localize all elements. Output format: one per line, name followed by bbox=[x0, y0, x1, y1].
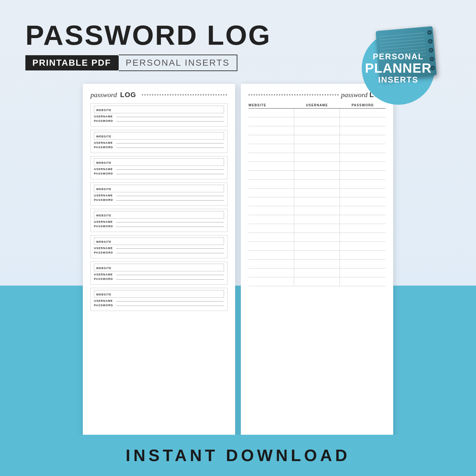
table-row bbox=[248, 162, 386, 171]
username-row-8: USERNAME bbox=[94, 299, 224, 302]
username-row-1: USERNAME bbox=[94, 115, 224, 118]
website-box-5: WEBSITE bbox=[94, 211, 224, 219]
right-page-header: password LOG bbox=[248, 91, 386, 99]
website-box-1: WEBSITE bbox=[94, 106, 224, 113]
website-box-6: WEBSITE bbox=[94, 237, 224, 245]
subtitle-inserts: PERSONAL INSERTS bbox=[119, 55, 237, 71]
table-row bbox=[248, 224, 386, 233]
password-row-8: PASSWORD bbox=[94, 304, 224, 307]
entry-card-4: WEBSITE USERNAME PASSWORD bbox=[90, 182, 228, 206]
col-header-username: USERNAME bbox=[294, 103, 340, 107]
entry-card-3: WEBSITE USERNAME PASSWORD bbox=[90, 156, 228, 179]
table-row bbox=[248, 268, 386, 277]
right-title-script: password bbox=[341, 91, 368, 99]
cell-password bbox=[340, 109, 386, 117]
badge-line3: INSERTS bbox=[378, 75, 419, 85]
website-box-4: WEBSITE bbox=[94, 185, 224, 192]
table-row bbox=[248, 144, 386, 153]
website-box-8: WEBSITE bbox=[94, 290, 224, 298]
table-row bbox=[248, 215, 386, 224]
username-row-3: USERNAME bbox=[94, 168, 224, 171]
badge-circle: PERSONAL PLANNER INSERTS bbox=[362, 32, 435, 105]
website-box-7: WEBSITE bbox=[94, 264, 224, 271]
subtitle-row: PRINTABLE PDF PERSONAL INSERTS bbox=[25, 55, 237, 71]
left-page-header: password LOG bbox=[90, 91, 228, 99]
table-row bbox=[248, 260, 386, 268]
left-title-bold: LOG bbox=[120, 91, 136, 99]
password-row-1: PASSWORD bbox=[94, 119, 224, 122]
bottom-banner: INSTANT DOWNLOAD bbox=[0, 435, 476, 476]
entry-card-1: WEBSITE USERNAME PASSWORD bbox=[90, 103, 228, 127]
password-row-4: PASSWORD bbox=[94, 198, 224, 202]
subtitle-pdf: PRINTABLE PDF bbox=[25, 55, 118, 70]
table-row bbox=[248, 135, 386, 144]
table-header-row: WEBSITE USERNAME PASSWORD bbox=[248, 103, 386, 109]
website-box-2: WEBSITE bbox=[94, 132, 224, 140]
title-row: PASSWORD LOG bbox=[25, 19, 451, 51]
table-row bbox=[248, 242, 386, 251]
password-row-6: PASSWORD bbox=[94, 251, 224, 254]
password-row-3: PASSWORD bbox=[94, 172, 224, 175]
main-container: PASSWORD LOG bbox=[0, 0, 476, 476]
right-table: WEBSITE USERNAME PASSWORD bbox=[248, 103, 386, 286]
pages-container: password LOG WEBSITE USERNAME PASSWORD bbox=[0, 77, 476, 476]
entry-card-5: WEBSITE USERNAME PASSWORD bbox=[90, 209, 228, 232]
username-row-7: USERNAME bbox=[94, 273, 224, 276]
main-title: PASSWORD LOG bbox=[25, 19, 271, 51]
table-row bbox=[248, 251, 386, 260]
table-row bbox=[248, 117, 386, 126]
website-box-3: WEBSITE bbox=[94, 158, 224, 166]
entry-card-6: WEBSITE USERNAME PASSWORD bbox=[90, 235, 228, 258]
table-row bbox=[248, 109, 386, 117]
table-row bbox=[248, 277, 386, 286]
col-header-password: PASSWORD bbox=[340, 103, 386, 107]
left-title-script: password bbox=[90, 91, 117, 99]
bottom-banner-text: INSTANT DOWNLOAD bbox=[126, 446, 350, 465]
badge-line2: PLANNER bbox=[365, 62, 432, 75]
username-row-5: USERNAME bbox=[94, 220, 224, 223]
left-page: password LOG WEBSITE USERNAME PASSWORD bbox=[83, 84, 235, 470]
table-row bbox=[248, 197, 386, 206]
entry-card-8: WEBSITE USERNAME PASSWORD bbox=[90, 288, 228, 311]
entry-card-2: WEBSITE USERNAME PASSWORD bbox=[90, 130, 228, 153]
table-row bbox=[248, 206, 386, 215]
username-row-4: USERNAME bbox=[94, 194, 224, 197]
table-row bbox=[248, 171, 386, 180]
table-row bbox=[248, 180, 386, 188]
table-row bbox=[248, 153, 386, 162]
password-row-7: PASSWORD bbox=[94, 277, 224, 281]
table-row bbox=[248, 188, 386, 197]
header: PASSWORD LOG bbox=[0, 0, 476, 77]
entry-card-7: WEBSITE USERNAME PASSWORD bbox=[90, 261, 228, 285]
cell-website bbox=[248, 109, 294, 117]
cell-username bbox=[294, 109, 340, 117]
badge-line1: PERSONAL bbox=[373, 52, 424, 62]
right-page: password LOG WEBSITE USERNAME PASSWORD bbox=[241, 84, 393, 470]
password-row-2: PASSWORD bbox=[94, 146, 224, 149]
table-row bbox=[248, 126, 386, 135]
decorative-line-left bbox=[248, 95, 339, 95]
password-row-5: PASSWORD bbox=[94, 225, 224, 228]
username-row-6: USERNAME bbox=[94, 247, 224, 250]
username-row-2: USERNAME bbox=[94, 141, 224, 144]
col-header-website: WEBSITE bbox=[248, 103, 294, 107]
table-row bbox=[248, 233, 386, 242]
decorative-line-right bbox=[142, 95, 228, 95]
